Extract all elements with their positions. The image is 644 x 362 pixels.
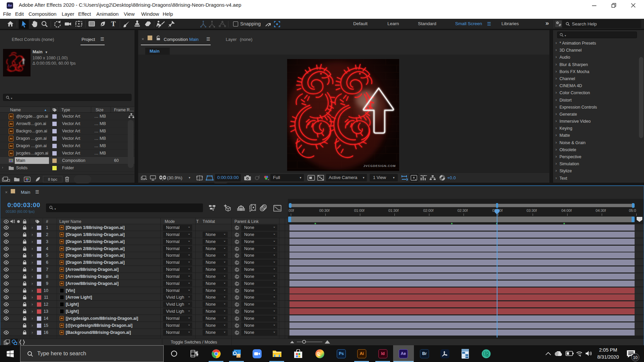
svg-text:JVCGDESIGN.COM: JVCGDESIGN.COM <box>363 164 396 168</box>
